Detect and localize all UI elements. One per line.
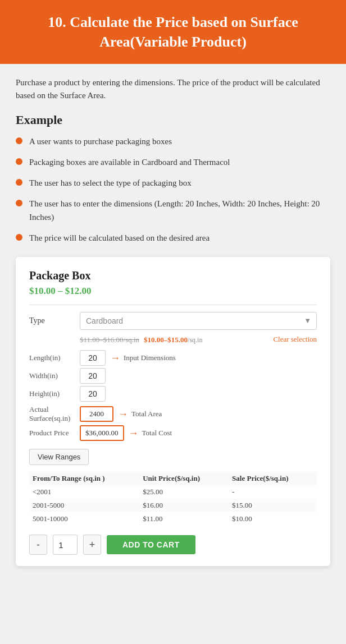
list-item: A user wants to purchase packaging boxes — [16, 135, 330, 148]
total-area-label: Total Area — [131, 410, 162, 418]
product-price-value: $36,000.00 — [80, 425, 124, 441]
price-unit: /sq.in — [188, 336, 202, 344]
type-row: Type Cardboard ▼ — [29, 312, 317, 330]
product-price-row: Product Price $36,000.00 → Total Cost — [29, 425, 317, 441]
length-label: Length(in) — [29, 353, 80, 362]
price-info-row: $11.00–$16.00/sq.in $10.00–$15.00/sq.in … — [80, 334, 317, 344]
actual-surface-label: Actual Surface(sq.in) — [29, 405, 80, 423]
range-table-col3: Sale Price($/sq.in) — [229, 472, 317, 485]
width-input[interactable] — [80, 368, 106, 384]
qty-minus-button[interactable]: - — [29, 535, 47, 555]
list-item: The price will be calculated based on th… — [16, 232, 330, 245]
range-cell: 2001-5000 — [29, 499, 139, 512]
length-input[interactable] — [80, 350, 106, 366]
actual-surface-row: Actual Surface(sq.in) 2400 → Total Area — [29, 405, 317, 423]
arrow-right-icon-3: → — [129, 427, 139, 439]
product-card: Package Box $10.00 – $12.00 Type Cardboa… — [16, 257, 330, 566]
bullet-dot — [16, 137, 22, 144]
view-ranges-button[interactable]: View Ranges — [29, 449, 89, 465]
range-table-col2: Unit Price($/sq.in) — [139, 472, 229, 485]
product-price-label: Product Price — [29, 429, 80, 438]
type-select[interactable]: Cardboard — [80, 312, 317, 330]
product-price-range: $10.00 – $12.00 — [29, 286, 317, 297]
width-label: Width(in) — [29, 371, 80, 380]
page-header: 10. Calculate the Price based on Surface… — [0, 0, 346, 64]
height-row: Height(in) — [29, 386, 317, 402]
arrow-right-icon: → — [110, 352, 120, 364]
add-to-cart-button[interactable]: ADD TO CART — [107, 535, 195, 554]
list-item: Packaging boxes are available in Cardboa… — [16, 156, 330, 169]
sale-price-cell: $15.00 — [229, 499, 317, 512]
sale-price-cell: - — [229, 485, 317, 499]
list-item: The user has to select the type of packa… — [16, 177, 330, 190]
arrow-right-icon-2: → — [118, 408, 128, 420]
total-cost-label: Total Cost — [142, 429, 172, 438]
bullet-dot — [16, 200, 22, 206]
bullet-list: A user wants to purchase packaging boxes… — [16, 135, 330, 245]
input-dimensions-label-wrap: → Input Dimensions — [110, 352, 176, 364]
range-cell: <2001 — [29, 485, 139, 499]
sale-price-cell: $10.00 — [229, 512, 317, 526]
height-label: Height(in) — [29, 389, 80, 398]
bullet-dot — [16, 234, 22, 241]
range-table: From/To Range (sq.in ) Unit Price($/sq.i… — [29, 472, 317, 526]
qty-input[interactable] — [53, 535, 78, 555]
price-details: $11.00–$16.00/sq.in $10.00–$15.00/sq.in — [80, 334, 202, 344]
unit-price-cell: $25.00 — [139, 485, 229, 499]
total-cost-label-wrap: → Total Cost — [129, 427, 172, 439]
width-row: Width(in) — [29, 368, 317, 384]
dimensions-section: Length(in) → Input Dimensions Width(in) … — [29, 350, 317, 402]
table-row: 2001-5000$16.00$15.00 — [29, 499, 317, 512]
description-text: Purchase a product by entering the dimen… — [16, 76, 330, 103]
page-title: 10. Calculate the Price based on Surface… — [17, 12, 329, 52]
price-original: $11.00–$16.00/sq.in — [80, 335, 139, 344]
height-input[interactable] — [80, 386, 106, 402]
total-area-label-wrap: → Total Area — [118, 408, 162, 420]
qty-plus-button[interactable]: + — [83, 535, 101, 555]
bullet-dot — [16, 158, 22, 165]
length-row: Length(in) → Input Dimensions — [29, 350, 317, 366]
unit-price-cell: $11.00 — [139, 512, 229, 526]
range-table-col1: From/To Range (sq.in ) — [29, 472, 139, 485]
type-select-wrap: Cardboard ▼ — [80, 312, 317, 330]
bullet-dot — [16, 179, 22, 186]
page-content: Purchase a product by entering the dimen… — [0, 64, 346, 576]
price-current: $10.00–$15.00 — [144, 335, 188, 344]
type-label: Type — [29, 316, 80, 325]
table-row: <2001$25.00- — [29, 485, 317, 499]
product-title: Package Box — [29, 269, 317, 282]
cart-row: - + ADD TO CART — [29, 535, 317, 555]
list-item: The user has to enter the dimensions (Le… — [16, 197, 330, 224]
unit-price-cell: $16.00 — [139, 499, 229, 512]
input-dimensions-label: Input Dimensions — [124, 353, 176, 362]
range-cell: 5001-10000 — [29, 512, 139, 526]
divider — [29, 305, 317, 305]
actual-surface-value: 2400 — [80, 406, 113, 422]
table-row: 5001-10000$11.00$10.00 — [29, 512, 317, 526]
clear-selection-link[interactable]: Clear selection — [273, 335, 317, 344]
example-heading: Example — [16, 113, 330, 127]
